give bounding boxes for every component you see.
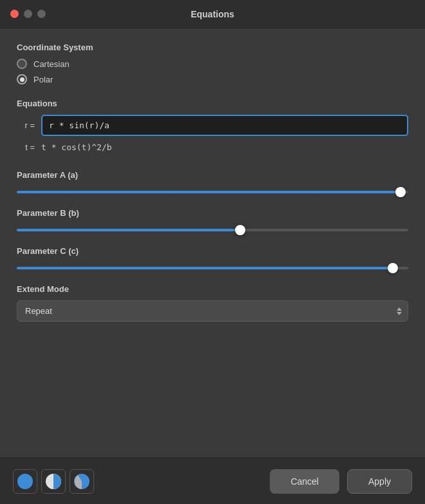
color-icon-group xyxy=(13,469,94,494)
param-b-thumb[interactable] xyxy=(235,225,245,235)
equations-label: Equations xyxy=(17,99,408,108)
param-c-label: Parameter C (c) xyxy=(17,246,408,256)
extend-mode-section: Extend Mode Repeat Reflect Clamp xyxy=(17,284,408,322)
param-b-section: Parameter B (b) xyxy=(17,208,408,236)
param-a-label: Parameter A (a) xyxy=(17,170,408,180)
radio-polar-circle[interactable] xyxy=(17,74,27,84)
color-icon-1[interactable] xyxy=(13,469,37,494)
param-a-slider-container xyxy=(17,186,408,198)
traffic-lights xyxy=(10,10,46,18)
minimize-button[interactable] xyxy=(24,10,32,18)
param-a-thumb[interactable] xyxy=(395,187,406,197)
bottom-bar: Cancel Apply xyxy=(0,458,425,504)
coordinate-system-group: Cartesian Polar xyxy=(17,59,408,84)
equation-row-r: r = xyxy=(17,115,408,136)
window-title: Equations xyxy=(191,9,234,19)
radio-cartesian-label: Cartesian xyxy=(33,59,70,69)
color-icon-3[interactable] xyxy=(70,469,94,494)
param-c-slider-container xyxy=(17,262,408,274)
extend-mode-select[interactable]: Repeat Reflect Clamp xyxy=(17,300,408,322)
equation-row-t: t = t * cos(t)^2/b xyxy=(17,142,408,152)
svg-point-0 xyxy=(17,474,33,489)
param-b-slider-container xyxy=(17,224,408,236)
main-content: Coordinate System Cartesian Polar Equati… xyxy=(0,28,425,458)
color-icon-2[interactable] xyxy=(41,469,66,494)
apply-button[interactable]: Apply xyxy=(347,469,412,494)
cancel-button[interactable]: Cancel xyxy=(270,469,339,494)
radio-polar[interactable]: Polar xyxy=(17,74,408,84)
param-b-label: Parameter B (b) xyxy=(17,208,408,218)
param-c-section: Parameter C (c) xyxy=(17,246,408,274)
equation-text-t: t * cos(t)^2/b xyxy=(41,142,112,152)
param-a-track[interactable] xyxy=(17,191,408,193)
radio-polar-inner xyxy=(20,77,24,82)
param-c-thumb[interactable] xyxy=(388,263,398,273)
extend-mode-select-wrapper: Repeat Reflect Clamp xyxy=(17,300,408,322)
extend-mode-label: Extend Mode xyxy=(17,284,408,294)
action-buttons: Cancel Apply xyxy=(270,469,412,494)
eq-var-t: t = xyxy=(17,142,35,152)
param-a-section: Parameter A (a) xyxy=(17,170,408,198)
close-button[interactable] xyxy=(10,10,19,18)
eq-var-r: r = xyxy=(17,121,35,130)
param-b-track[interactable] xyxy=(17,229,408,231)
radio-polar-label: Polar xyxy=(33,75,53,84)
param-c-track[interactable] xyxy=(17,267,408,269)
maximize-button[interactable] xyxy=(37,10,46,18)
equation-input-r[interactable] xyxy=(41,115,408,136)
radio-cartesian-circle[interactable] xyxy=(17,59,27,69)
radio-cartesian[interactable]: Cartesian xyxy=(17,59,408,69)
titlebar: Equations xyxy=(0,0,425,28)
coordinate-system-label: Coordinate System xyxy=(17,43,408,52)
equations-section: Equations r = t = t * cos(t)^2/b xyxy=(17,99,408,159)
